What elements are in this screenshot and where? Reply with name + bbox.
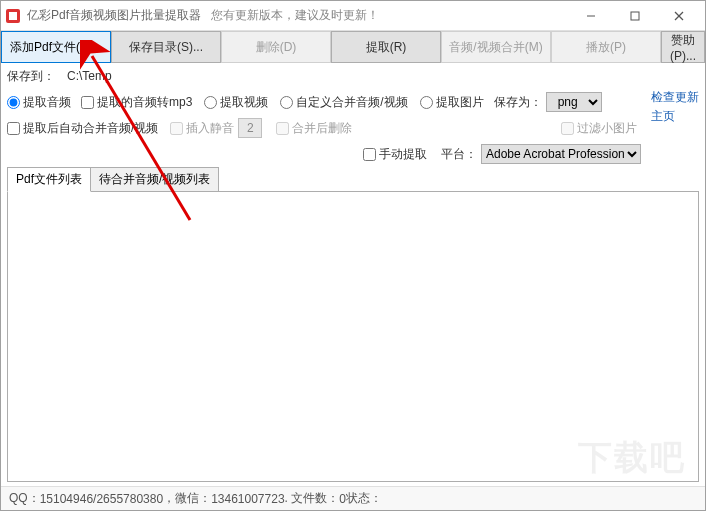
delete-after-merge-checkbox: 合并后删除 (276, 120, 352, 137)
insert-silence-checkbox: 插入静音 (170, 120, 234, 137)
svg-rect-3 (631, 12, 639, 20)
status-state-label: 状态： (346, 490, 382, 507)
status-wechat-value: 13461007723 (211, 492, 284, 506)
manual-extract-checkbox[interactable]: 手动提取 (363, 146, 427, 163)
extract-audio-radio[interactable]: 提取音频 (7, 94, 71, 111)
filter-small-img-checkbox: 过滤小图片 (561, 120, 637, 137)
status-qq-value: 15104946/2655780380 (40, 492, 163, 506)
extract-video-radio[interactable]: 提取视频 (204, 94, 268, 111)
home-link[interactable]: 主页 (651, 108, 675, 125)
toolbar: 添加Pdf文件(A)... 保存目录(S)... 删除(D) 提取(R) 音频/… (1, 31, 705, 63)
save-to-path: C:\Temp (67, 69, 112, 83)
titlebar: 亿彩Pdf音频视频图片批量提取器 您有更新版本，建议及时更新！ (1, 1, 705, 31)
add-pdf-button[interactable]: 添加Pdf文件(A)... (1, 31, 111, 63)
options-row-1: 提取音频 提取的音频转mp3 提取视频 自定义合并音频/视频 提取图片 保存为：… (1, 89, 651, 115)
save-path-row: 保存到： C:\Temp (1, 63, 705, 89)
sponsor-button[interactable]: 赞助(P)... (661, 31, 705, 63)
options-row-2: 提取后自动合并音频/视频 插入静音 合并后删除 过滤小图片 (1, 115, 651, 141)
update-hint: 您有更新版本，建议及时更新！ (211, 7, 379, 24)
minimize-button[interactable] (569, 1, 613, 31)
status-bar: QQ： 15104946/2655780380 ，微信： 13461007723… (1, 486, 705, 510)
merge-av-button[interactable]: 音频/视频合并(M) (441, 31, 551, 63)
auto-merge-checkbox[interactable]: 提取后自动合并音频/视频 (7, 120, 158, 137)
silence-seconds-input (238, 118, 262, 138)
platform-select[interactable]: Adobe Acrobat Profession (481, 144, 641, 164)
tab-merge-list[interactable]: 待合并音频/视频列表 (90, 167, 219, 192)
status-filecount-value: 0 (339, 492, 346, 506)
tab-pdf-list[interactable]: Pdf文件列表 (7, 167, 91, 192)
close-button[interactable] (657, 1, 701, 31)
app-title: 亿彩Pdf音频视频图片批量提取器 (27, 7, 201, 24)
extract-image-radio[interactable]: 提取图片 (420, 94, 484, 111)
side-links: 检查更新 主页 (651, 89, 705, 167)
list-tabs: Pdf文件列表 待合并音频/视频列表 (1, 167, 705, 192)
file-list-area[interactable] (7, 191, 699, 482)
delete-button[interactable]: 删除(D) (221, 31, 331, 63)
extract-button[interactable]: 提取(R) (331, 31, 441, 63)
save-as-label: 保存为： (494, 94, 542, 111)
play-button[interactable]: 播放(P) (551, 31, 661, 63)
custom-merge-radio[interactable]: 自定义合并音频/视频 (280, 94, 407, 111)
platform-label: 平台： (441, 146, 477, 163)
status-qq-label: QQ： (9, 490, 40, 507)
status-wechat-label: ，微信： (163, 490, 211, 507)
audio-to-mp3-checkbox[interactable]: 提取的音频转mp3 (81, 94, 192, 111)
app-icon (5, 8, 21, 24)
options-row-3: 手动提取 平台： Adobe Acrobat Profession (1, 141, 651, 167)
check-update-link[interactable]: 检查更新 (651, 89, 699, 106)
svg-rect-1 (9, 12, 17, 20)
save-as-select[interactable]: png (546, 92, 602, 112)
save-to-label: 保存到： (7, 68, 55, 85)
status-filecount-label: . 文件数： (285, 490, 340, 507)
save-dir-button[interactable]: 保存目录(S)... (111, 31, 221, 63)
maximize-button[interactable] (613, 1, 657, 31)
